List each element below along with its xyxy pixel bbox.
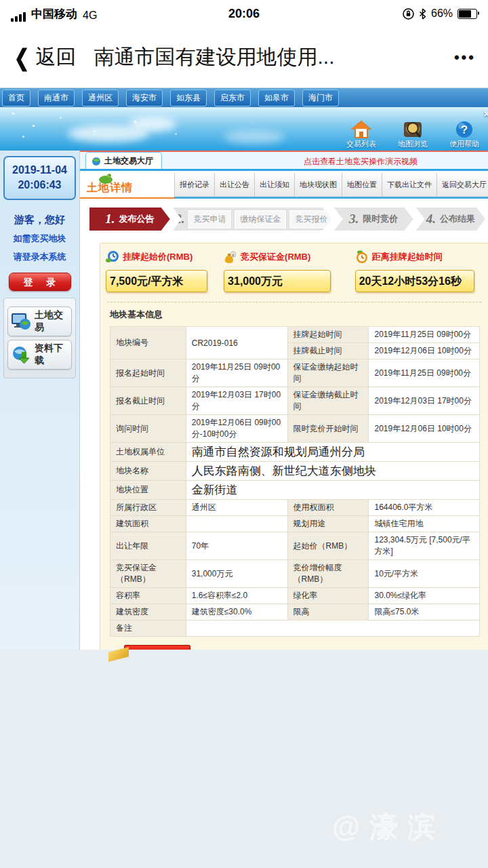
cell-label: 容积率 [110,588,186,604]
table-row: 建筑面积 规划用途 城镇住宅用地 [110,516,480,532]
table-row: 询问时间 2019年12月06日 09时00分-10时00分 限时竞价开始时间 … [110,415,480,443]
cell-label: 询问时间 [110,415,186,443]
money-bag-icon: ¥ [224,250,237,264]
table-row: 竞买保证金（RMB） 31,000万元 竞价增价幅度（RMB） 10元/平方米 [110,560,480,588]
banner: × 交易列表 地图浏览 ? [0,107,488,151]
step-number: 4. [426,212,436,226]
battery-icon [458,9,477,19]
table-row: 地块编号 CR2019-016 挂牌起始时间 2019年11月25日 09时00… [110,327,480,343]
bluetooth-icon [419,8,426,20]
banner-link-label: 使用帮助 [449,140,479,148]
sidebar: 2019-11-04 20:06:43 游客，您好 如需竞买地块 请登录本系统 … [0,151,80,726]
tab-haian[interactable]: 海安市 [126,90,163,106]
cell-label: 报名起始时间 [110,359,186,387]
globe-download-icon [11,345,31,364]
back-button[interactable]: ❮ 返回 [12,43,77,71]
login-hint-1: 如需竞买地块 [3,233,76,245]
guest-greeting: 游客，您好 [3,214,76,226]
step-label: 公布结果 [440,213,475,225]
cell-value: 人民东路南侧、新世纪大道东侧地块 [186,462,479,481]
step-publish-notice: 1. 发布公告 [89,208,170,231]
leaf-bird-icon [98,173,115,184]
cell-label: 地块位置 [110,481,186,500]
cell-value: 2019年12月06日 10时00分 [369,343,480,359]
cell-label: 绿化率 [287,588,369,604]
cell-value: CR2019-016 [186,327,287,359]
tab-parcel-status-map[interactable]: 地块现状图 [294,173,342,197]
tab-quote-records[interactable]: 报价记录 [174,173,214,197]
sidebar-item-label: 土地交易 [35,309,68,334]
banner-link-label: 地图浏览 [398,140,428,148]
banner-link-help[interactable]: ? 使用帮助 [443,121,485,149]
cell-label: 使用权面积 [287,500,369,516]
tab-transfer-instructions[interactable]: 出让须知 [254,173,294,197]
table-row: 土地权属单位 南通市自然资源和规划局通州分局 [110,443,480,462]
step-sub-apply: 竞买申请 [188,210,231,229]
login-button[interactable]: 登 录 [9,273,71,291]
cell-value: 限高≤75.0米 [369,604,480,620]
step-number: 3. [349,212,359,226]
tab-home[interactable]: 首页 [2,90,30,106]
price-start: 挂牌起始价(RMB) 7,500元/平方米 [106,250,207,292]
watermark: @濠滨 [332,808,445,846]
close-icon[interactable]: × [484,108,488,119]
tab-rudong[interactable]: 如东县 [170,90,207,106]
step-sub-bid: 竞买报价 [289,210,333,229]
cell-label: 备注 [110,620,186,637]
parcel-info-table: 地块编号 CR2019-016 挂牌起始时间 2019年11月25日 09时00… [110,326,480,637]
cell-label: 挂牌截止时间 [287,343,369,359]
banner-link-map-browse[interactable]: 地图浏览 [392,121,434,149]
tab-nantong[interactable]: 南通市 [38,90,75,106]
battery-percentage-label: 66% [431,7,453,20]
city-tab-bar: 首页 南通市 通州区 海安市 如东县 启东市 如皋市 海门市 [0,88,488,107]
table-row: 地块位置 金新街道 [110,481,480,500]
cell-label: 限高 [287,604,369,620]
page-title: 南通市国有建设用地使用... [94,43,454,71]
demo-video-link[interactable]: 点击查看土地竞买操作演示视频 [304,156,418,167]
cell-label: 建筑密度 [110,604,186,620]
cell-label: 保证金缴纳截止时间 [287,387,369,415]
cell-value: 通州区 [186,500,287,516]
cell-value: 164406.0平方米 [369,500,480,516]
cell-value: 2019年12月03日 17时00分 [186,387,287,415]
detail-tab-strip: 报价记录 出让公告 出让须知 地块现状图 地图位置 下载出让文件 返回交易大厅 [174,173,488,199]
cell-value: 2019年11月25日 09时00分 [369,327,480,343]
tab-transfer-notice[interactable]: 出让公告 [214,173,254,197]
cell-value [186,620,479,637]
table-row: 报名起始时间 2019年11月25日 09时00分 保证金缴纳起始时间 2019… [110,359,480,387]
tab-land-trade-hall[interactable]: 土地交易大厅 [85,152,162,169]
tab-qidong[interactable]: 启东市 [214,90,251,106]
table-row: 所属行政区 通州区 使用权面积 164406.0平方米 [110,500,480,516]
cell-label: 挂牌起始时间 [287,327,369,343]
sidebar-item-land-trade[interactable]: 土地交易 [7,307,72,336]
tab-rugao[interactable]: 如皋市 [258,90,295,106]
detail-header: 土地详情 报价记录 出让公告 出让须知 地块现状图 地图位置 下载出让文件 返回… [80,173,488,199]
house-icon [340,121,382,138]
start-price-value: 7,500元/平方米 [106,270,207,292]
cell-label: 地块编号 [110,327,186,359]
tab-tongzhou[interactable]: 通州区 [82,90,119,106]
server-date: 2019-11-04 [5,163,75,178]
cell-value: 10元/平方米 [369,560,480,588]
step-sub-deposit: 缴纳保证金 [235,210,286,229]
globe-small-icon [92,157,101,166]
sidebar-item-downloads[interactable]: 资料下载 [7,340,72,370]
step-publish-result: 4. 公布结果 [416,208,485,231]
cell-value: 123,304.5万元 [7,500元/平方米] [369,532,480,560]
network-type-label: 4G [83,9,97,22]
tab-map-location[interactable]: 地图位置 [342,173,382,197]
tab-back-to-hall[interactable]: 返回交易大厅 [436,173,488,197]
price-deposit: ¥ 竞买保证金(RMB) 31,000万元 [224,250,331,292]
table-row: 报名截止时间 2019年12月03日 17时00分 保证金缴纳截止时间 2019… [110,387,480,415]
tab-download-documents[interactable]: 下载出让文件 [382,173,436,197]
more-menu-button[interactable]: ••• [454,49,476,66]
table-row: 容积率 1.6≤容积率≤2.0 绿化率 30.0%≤绿化率 [110,588,480,604]
cell-value: 1.6≤容积率≤2.0 [186,588,287,604]
step-timed-bidding: 3. 限时竞价 [334,208,413,231]
tab-haimen[interactable]: 海门市 [302,90,339,106]
auction-steps: 1. 发布公告 2. 竞买申请 缴纳保证金 竞买报价 3. 限时竞价 4. [89,208,485,231]
server-time: 20:06:43 [5,178,75,193]
banner-link-trade-list[interactable]: 交易列表 [340,121,382,149]
cell-value: 30.0%≤绿化率 [369,588,480,604]
countdown-label: 距离挂牌起始时间 [372,251,443,263]
